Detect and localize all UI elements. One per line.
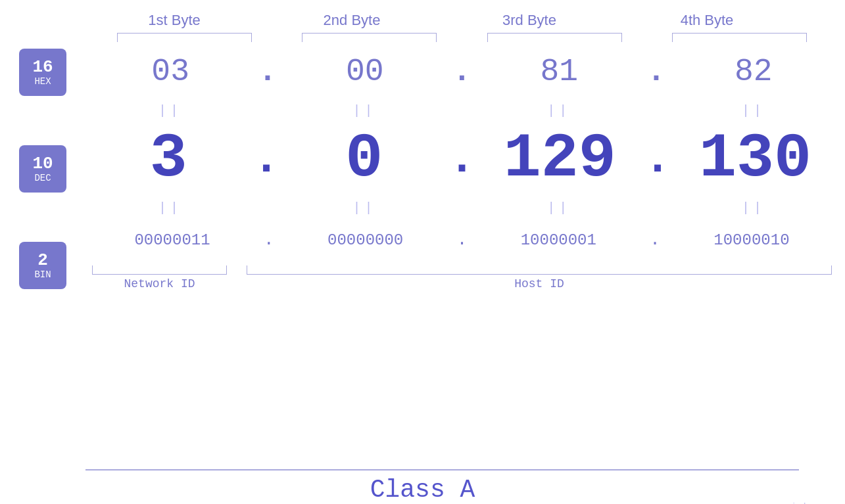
dot-hex-1: . [258, 54, 278, 89]
dec-val-1: 3 [99, 124, 237, 195]
header-row: 1st Byte 2nd Byte 3rd Byte 4th Byte [0, 0, 845, 29]
header-byte1: 1st Byte [85, 12, 263, 29]
sep-hex-4: || [685, 103, 823, 118]
dot-bin-1: . [264, 230, 274, 250]
sep-dec-4: || [685, 200, 823, 216]
dec-val-4: 130 [687, 124, 825, 195]
dot-dec-2: . [448, 133, 475, 185]
rows-area: 16 HEX 10 DEC 2 BIN 03 [0, 29, 845, 464]
sep-dec-3: || [490, 200, 628, 216]
dot-bin-3: . [650, 230, 660, 250]
hex-number: 16 [32, 58, 53, 77]
bin-val-3: 10000001 [489, 231, 627, 249]
hex-label: HEX [34, 76, 51, 87]
header-byte4: 4th Byte [618, 12, 796, 29]
bin-val-1: 00000011 [103, 231, 241, 249]
bottom-section: Class A ipshu.com [0, 469, 845, 504]
bin-number: 2 [37, 251, 48, 270]
dec-val-2: 0 [295, 124, 433, 195]
bin-val-2: 00000000 [297, 231, 435, 249]
bracket-byte4 [672, 33, 807, 42]
dec-badge: 10 DEC [19, 145, 66, 193]
dot-dec-3: . [644, 133, 671, 185]
network-id-label: Network ID [92, 277, 227, 290]
bottom-line [85, 469, 799, 470]
bin-label: BIN [34, 269, 51, 280]
bracket-network-1 [92, 265, 227, 275]
hex-val-2: 00 [296, 54, 434, 89]
bracket-byte3 [487, 33, 622, 42]
sep-dec-2: || [296, 200, 434, 216]
bracket-host [247, 265, 832, 275]
id-labels: Network ID Host ID [85, 275, 845, 290]
bracket-byte2 [302, 33, 437, 42]
bin-val-4: 10000010 [683, 231, 821, 249]
dec-number: 10 [32, 154, 53, 173]
bottom-brackets [85, 263, 845, 275]
sep-dec-1: || [101, 200, 239, 216]
hex-badge: 16 HEX [19, 49, 66, 96]
dot-hex-2: . [452, 54, 471, 89]
hex-val-1: 03 [101, 54, 239, 89]
hex-val-3: 81 [490, 54, 628, 89]
sep-hex-1: || [101, 103, 239, 118]
bracket-byte1 [117, 33, 252, 42]
main-layout: 1st Byte 2nd Byte 3rd Byte 4th Byte 16 H… [0, 0, 845, 504]
dot-bin-2: . [457, 230, 468, 250]
right-content: 03 . 00 . 81 . 82 || || || || 3 . [85, 29, 845, 464]
watermark: ipshu.com [793, 501, 832, 504]
header-byte2: 2nd Byte [263, 12, 441, 29]
sep-hex-3: || [490, 103, 628, 118]
dec-label: DEC [34, 173, 51, 183]
hex-val-4: 82 [685, 54, 823, 89]
dot-hex-3: . [647, 54, 666, 89]
bin-badge: 2 BIN [19, 242, 66, 289]
dot-dec-1: . [253, 133, 280, 185]
left-badges: 16 HEX 10 DEC 2 BIN [0, 29, 85, 464]
sep-hex-2: || [296, 103, 434, 118]
dec-val-3: 129 [491, 124, 629, 195]
host-id-label: Host ID [247, 277, 832, 290]
class-label: Class A [370, 476, 475, 504]
header-byte3: 3rd Byte [441, 12, 618, 29]
